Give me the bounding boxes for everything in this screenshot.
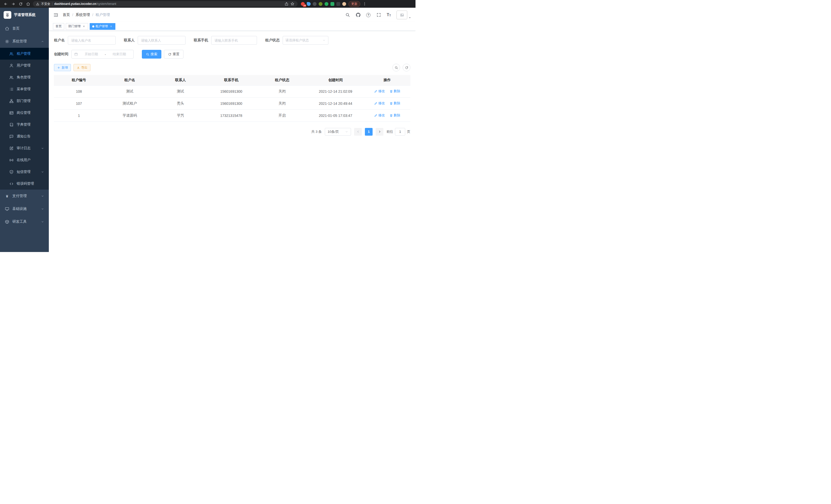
status-select[interactable]: 请选择租户状态: [283, 36, 328, 45]
toggle-search-button[interactable]: [392, 64, 400, 71]
sidebar-item-menu[interactable]: 菜单管理: [0, 83, 49, 95]
not-secure-warning-icon: [36, 2, 39, 6]
main-area: 首页 / 系统管理 / 租户管理 ? TT 首页: [49, 8, 416, 252]
user-menu[interactable]: [397, 10, 411, 19]
sidebar-item-sms[interactable]: 短信管理: [0, 166, 49, 178]
app-logo[interactable]: 芋道管理系统: [0, 8, 49, 22]
search-button[interactable]: 搜索: [142, 50, 161, 59]
filter-tenant-name: 租户名: [54, 36, 116, 45]
chevron-down-icon: [322, 39, 325, 42]
refresh-icon: [405, 66, 408, 69]
sidebar-item-dept[interactable]: 部门管理: [0, 95, 49, 107]
sidebar-item-system[interactable]: 系统管理: [0, 35, 49, 48]
sidebar-item-user[interactable]: 用户管理: [0, 60, 49, 71]
browser-reload-icon[interactable]: [18, 1, 23, 6]
system-submenu: 租户管理 用户管理 角色管理 菜单管理 部门管理 岗位管理: [0, 48, 49, 189]
extension-badge: 10: [303, 4, 306, 7]
tag-home[interactable]: 首页: [53, 23, 64, 30]
sidebar-toggle-button[interactable]: [53, 12, 59, 18]
table-row: 108 测试 测试 15601691300 关闭 2021-12-14 21:0…: [54, 85, 410, 97]
edit-link[interactable]: 修改: [374, 113, 385, 118]
yen-icon: ¥: [5, 194, 9, 198]
sidebar-item-online[interactable]: 在线用户: [0, 154, 49, 166]
share-icon[interactable]: [284, 2, 289, 6]
fullscreen-icon[interactable]: [376, 12, 381, 18]
tag-tenant[interactable]: 租户管理: [90, 23, 115, 30]
browser-home-icon[interactable]: [25, 1, 31, 6]
date-range-picker[interactable]: 开始日期 - 结束日期: [71, 50, 134, 59]
sidebar-item-pay[interactable]: ¥ 支付管理: [0, 189, 49, 202]
address-bar[interactable]: 不安全 dashboard.yudao.iocoder.cn/system/te…: [33, 1, 297, 7]
extension-puzzle-icon[interactable]: [336, 2, 340, 6]
browser-menu-icon[interactable]: [363, 2, 367, 6]
sidebar-item-notice[interactable]: 通知公告: [0, 130, 49, 142]
delete-link[interactable]: 删除: [390, 113, 400, 118]
sidebar-item-devtool[interactable]: 研发工具: [0, 215, 49, 228]
delete-link[interactable]: 删除: [390, 101, 400, 106]
filter-phone: 联系手机: [194, 36, 257, 45]
dept-tree-icon: [9, 99, 13, 103]
close-icon[interactable]: [82, 25, 86, 28]
sidebar-item-post[interactable]: 岗位管理: [0, 107, 49, 119]
extension-icon-4[interactable]: [319, 2, 322, 6]
next-page-button[interactable]: [376, 128, 383, 136]
goto-page-input[interactable]: [395, 128, 405, 136]
sidebar-item-home[interactable]: 首页: [0, 22, 49, 35]
reset-button[interactable]: 重置: [164, 50, 183, 59]
export-button[interactable]: 导出: [74, 64, 90, 71]
dict-icon: [9, 122, 13, 127]
browser-back-icon[interactable]: [3, 1, 8, 6]
sidebar-item-role[interactable]: 角色管理: [0, 71, 49, 83]
extension-icon-3[interactable]: [313, 2, 317, 6]
add-button[interactable]: 新增: [54, 64, 71, 71]
delete-icon: [390, 102, 393, 105]
role-icon: [9, 75, 13, 80]
app-frame: 芋道管理系统 首页 系统管理 租户管理 用户管理 角色管理: [0, 8, 416, 252]
breadcrumb-current: 租户管理: [95, 12, 110, 17]
extension-icon-2[interactable]: [307, 2, 311, 6]
col-name: 租户名: [104, 75, 155, 85]
online-icon: [9, 158, 13, 162]
sidebar-item-errorcode[interactable]: 错误码管理: [0, 178, 49, 189]
sidebar-item-infra[interactable]: 基础设施: [0, 202, 49, 215]
github-icon[interactable]: [355, 12, 361, 18]
code-icon: [9, 182, 13, 186]
sidebar-item-auditlog[interactable]: 审计日志: [0, 142, 49, 154]
col-id: 租户编号: [54, 75, 104, 85]
col-actions: 操作: [364, 75, 410, 85]
security-label: 不安全: [41, 2, 50, 6]
extension-icon-5[interactable]: [324, 2, 328, 6]
chevron-down-icon: [345, 130, 348, 133]
arrow-left-icon: [357, 130, 360, 133]
sidebar-item-dict[interactable]: 字典管理: [0, 119, 49, 130]
refresh-table-button[interactable]: [403, 64, 410, 71]
prev-page-button[interactable]: [354, 128, 362, 136]
page-number-1[interactable]: 1: [365, 128, 373, 136]
page-size-select[interactable]: 10条/页: [325, 128, 351, 136]
bookmark-star-icon[interactable]: [290, 2, 294, 6]
chrome-update-button[interactable]: 更新: [348, 1, 360, 7]
contact-input[interactable]: [138, 36, 185, 45]
browser-forward-icon[interactable]: [10, 1, 16, 6]
profile-avatar-icon[interactable]: [342, 2, 346, 6]
plus-icon: [57, 66, 60, 69]
table-row: 107 测试租户 秃头 15601691300 关闭 2021-12-14 20…: [54, 97, 410, 110]
phone-input[interactable]: [211, 36, 257, 45]
header-search-icon[interactable]: [345, 12, 350, 18]
help-question-icon[interactable]: ?: [366, 13, 371, 17]
edit-link[interactable]: 修改: [374, 89, 385, 93]
font-size-icon[interactable]: TT: [387, 13, 391, 17]
close-icon[interactable]: [109, 25, 113, 28]
tenant-name-input[interactable]: [68, 36, 116, 45]
table-right-tools: [392, 64, 410, 71]
breadcrumb-system[interactable]: 系统管理: [76, 12, 90, 17]
status-text: 关闭: [257, 85, 307, 97]
extension-icon-6[interactable]: [331, 2, 334, 6]
delete-link[interactable]: 删除: [390, 89, 400, 93]
extension-icon-1[interactable]: 10: [301, 2, 305, 6]
sidebar-item-tenant[interactable]: 租户管理: [0, 48, 49, 60]
pagination-goto: 前往 页: [386, 128, 410, 136]
tag-dept[interactable]: 部门管理: [66, 23, 88, 30]
edit-link[interactable]: 修改: [374, 101, 385, 106]
breadcrumb-home[interactable]: 首页: [63, 12, 70, 17]
